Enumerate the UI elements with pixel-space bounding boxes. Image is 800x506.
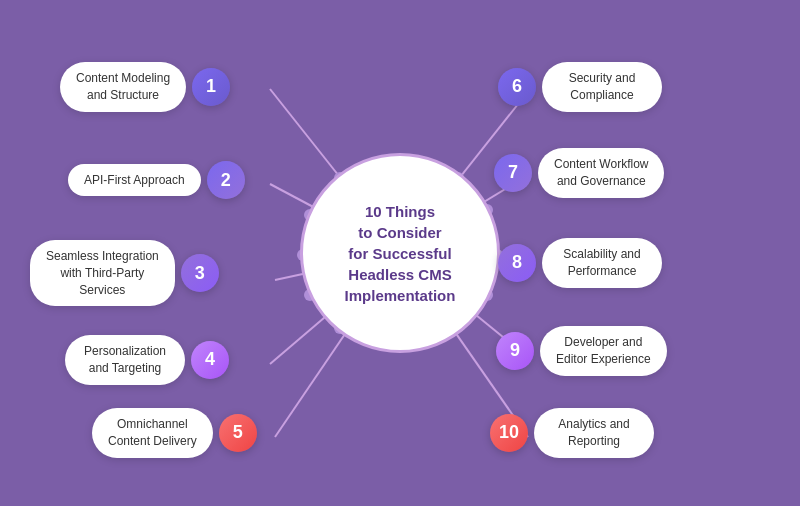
- item-9-badge: 9: [496, 332, 534, 370]
- item-7-badge: 7: [494, 154, 532, 192]
- item-3-badge: 3: [181, 254, 219, 292]
- item-4-badge: 4: [191, 341, 229, 379]
- item-5: OmnichannelContent Delivery 5: [92, 408, 257, 458]
- item-8-pill: Scalability andPerformance: [542, 238, 662, 288]
- item-2: API-First Approach 2: [68, 161, 245, 199]
- item-7: 7 Content Workflowand Governance: [494, 148, 664, 198]
- item-9: 9 Developer andEditor Experience: [496, 326, 667, 376]
- item-4: Personalizationand Targeting 4: [65, 335, 229, 385]
- item-1-pill: Content Modelingand Structure: [60, 62, 186, 112]
- item-2-badge: 2: [207, 161, 245, 199]
- item-4-pill: Personalizationand Targeting: [65, 335, 185, 385]
- item-10-pill: Analytics andReporting: [534, 408, 654, 458]
- item-6: 6 Security andCompliance: [498, 62, 662, 112]
- item-6-pill: Security andCompliance: [542, 62, 662, 112]
- item-6-badge: 6: [498, 68, 536, 106]
- item-10: 10 Analytics andReporting: [490, 408, 654, 458]
- center-text: 10 Things to Consider for Successful Hea…: [345, 201, 456, 306]
- item-3-pill: Seamless Integrationwith Third-PartyServ…: [30, 240, 175, 306]
- diagram-container: 10 Things to Consider for Successful Hea…: [0, 0, 800, 506]
- item-7-pill: Content Workflowand Governance: [538, 148, 664, 198]
- item-2-pill: API-First Approach: [68, 164, 201, 197]
- item-3: Seamless Integrationwith Third-PartyServ…: [30, 240, 219, 306]
- item-5-badge: 5: [219, 414, 257, 452]
- center-circle: 10 Things to Consider for Successful Hea…: [300, 153, 500, 353]
- item-1: Content Modelingand Structure 1: [60, 62, 230, 112]
- item-9-pill: Developer andEditor Experience: [540, 326, 667, 376]
- item-1-badge: 1: [192, 68, 230, 106]
- item-10-badge: 10: [490, 414, 528, 452]
- item-8: 8 Scalability andPerformance: [498, 238, 662, 288]
- item-5-pill: OmnichannelContent Delivery: [92, 408, 213, 458]
- item-8-badge: 8: [498, 244, 536, 282]
